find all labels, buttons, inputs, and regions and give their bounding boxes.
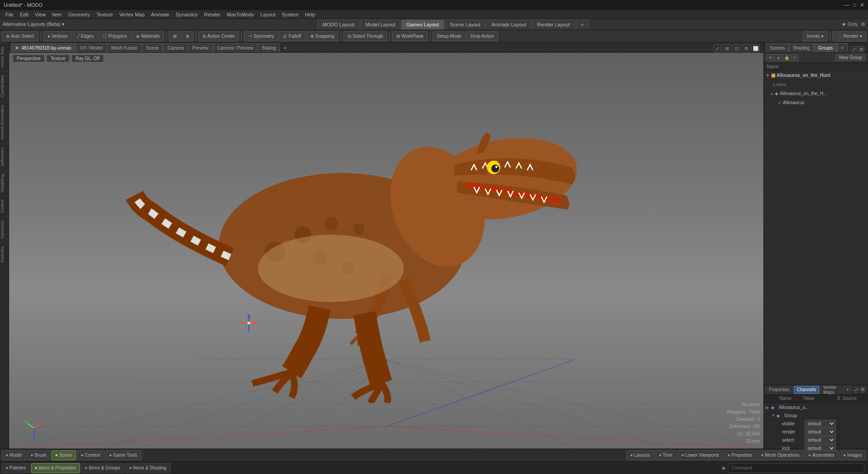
command-input[interactable] [728, 464, 864, 473]
menu-system[interactable]: System [279, 10, 301, 19]
visible-dropdown[interactable]: default [805, 420, 836, 428]
bb-assembles-btn[interactable]: ■ Assembles [805, 450, 839, 460]
edges-btn[interactable]: ╱ Edges [73, 31, 98, 41]
menu-maxtomodo[interactable]: MaxToModo [224, 10, 257, 19]
vp-fit-btn[interactable]: ⊡ [732, 44, 741, 52]
drop-action-btn[interactable]: Drop Action [466, 31, 498, 41]
tab-add-layout[interactable]: + [576, 20, 589, 30]
tab-render-layout[interactable]: Render Layout [532, 20, 575, 30]
prop-panel-expand[interactable]: ⤢ [854, 387, 858, 393]
prop-row-group[interactable]: ▼ ◆ Group [766, 412, 866, 420]
vp-settings-icon[interactable]: ⚙ [742, 44, 750, 52]
prop-row-render[interactable]: render default [766, 428, 866, 436]
sidebar-tab-coordinates[interactable]: Coordinates [0, 71, 9, 101]
vp-tab-camera[interactable]: Camera [163, 43, 188, 52]
tab-modo-layout[interactable]: MODO Layout [318, 20, 359, 30]
vertices-btn[interactable]: ● Vertices [43, 31, 72, 41]
snapping-btn[interactable]: ⊕ Snapping [306, 31, 338, 41]
scene-item-group-root[interactable]: ▼ ▦ Allosaurus_on_the_Hunt [764, 71, 868, 80]
materials-btn[interactable]: ◈ Materials [132, 31, 164, 41]
prop-panel-settings[interactable]: ⚙ [860, 387, 865, 393]
sb-items-shading-btn[interactable]: ■ Items & Shading [125, 463, 170, 473]
prop-tab-properties[interactable]: Properties [766, 386, 793, 394]
tab-model-layout[interactable]: Model Layout [360, 20, 400, 30]
small-icon-1[interactable]: ⊞ [169, 31, 181, 41]
rp-tab-shading[interactable]: Shading [789, 43, 814, 52]
maximize-btn[interactable]: □ [853, 2, 856, 8]
bb-scene-btn[interactable]: ■ Scene [51, 450, 76, 460]
menu-edit[interactable]: Edit [17, 10, 31, 19]
rp-settings-icon[interactable]: ⚙ [858, 46, 864, 52]
bb-model-btn[interactable]: ■ Model [2, 450, 26, 460]
bb-images-btn[interactable]: ■ Images [839, 450, 866, 460]
small-icon-2[interactable]: ⊕ [182, 31, 193, 41]
sl-icon-select[interactable]: ⊡ [791, 54, 798, 61]
sb-palettes-btn[interactable]: ■ Palettes [2, 463, 30, 473]
bb-context-btn[interactable]: ■ Context [77, 450, 104, 460]
vp-expand-btn[interactable]: ⤢ [713, 44, 722, 52]
prop-row-visible[interactable]: visible default [766, 420, 866, 428]
sidebar-tab-dynamics[interactable]: Dynamics [0, 217, 9, 242]
rp-expand-icon[interactable]: ⤢ [851, 46, 857, 52]
menu-dynamics[interactable]: Dynamics [173, 10, 200, 19]
vp-tab-preview[interactable]: Preview [188, 43, 213, 52]
bb-properties-btn[interactable]: ■ Properties [724, 450, 756, 460]
sl-icon-eye[interactable]: 👁 [767, 54, 774, 61]
render-dropdown[interactable]: default [805, 428, 836, 436]
setup-mode-btn[interactable]: Setup Mode [433, 31, 465, 41]
scene-item-allosaurus[interactable]: ✓ Allosaurus [764, 98, 868, 107]
prop-row-root[interactable]: ▶ ◆ Allosaurus_o... [766, 403, 866, 412]
menu-texture[interactable]: Texture [94, 10, 116, 19]
star-label[interactable]: ★ Only [842, 21, 858, 27]
raygl-btn[interactable]: Ray GL: Off [71, 55, 104, 62]
prop-tab-channels[interactable]: Channels [794, 386, 819, 394]
close-btn[interactable]: ✕ [860, 2, 864, 8]
sl-icon-render[interactable]: ◈ [775, 54, 782, 61]
texture-btn[interactable]: Texture [46, 55, 70, 62]
prop-tab-add[interactable]: + [843, 386, 852, 394]
symmetry-btn[interactable]: ⊣ Symmetry [244, 31, 278, 41]
sidebar-tab-weighting[interactable]: Weighting [0, 170, 9, 196]
bb-brush-btn[interactable]: ■ Brush [27, 450, 50, 460]
vp-tab-scene[interactable]: Scene [142, 43, 163, 52]
select-dropdown[interactable]: default [805, 436, 836, 444]
auto-select-btn[interactable]: ⊕ Auto Select [2, 31, 38, 41]
vp-tab-mesh-fusion[interactable]: Mesh Fusion [107, 43, 141, 52]
sidebar-tab-active-sets[interactable]: Active Sets [0, 43, 9, 71]
alt-layouts-label[interactable]: Alternative Layouts (Beta) ▾ [3, 21, 65, 27]
sl-icon-lock[interactable]: 🔒 [783, 54, 790, 61]
rp-tab-groups[interactable]: Groups [814, 43, 837, 52]
menu-geometry[interactable]: Geometry [66, 10, 93, 19]
scene-item-group-child[interactable]: ▸ ◈ Allosaurus_on_the_H... [764, 89, 868, 98]
vp-tab-uv-model[interactable]: UV / Model [76, 43, 106, 52]
new-group-button[interactable]: New Group [836, 54, 865, 61]
sidebar-tab-control[interactable]: Control [0, 196, 9, 217]
menu-render[interactable]: Render [201, 10, 223, 19]
falloff-btn[interactable]: ◎ Falloff [279, 31, 305, 41]
tab-animate-layout[interactable]: Animate Layout [486, 20, 531, 30]
sidebar-tab-ik[interactable]: Inverse Kinematics [0, 101, 9, 143]
menu-file[interactable]: File [3, 10, 16, 19]
sidebar-tab-particles[interactable]: Particles [0, 242, 9, 266]
select-through-btn[interactable]: ⊟ Select Through [343, 31, 388, 41]
menu-animate[interactable]: Animate [148, 10, 172, 19]
bb-lower-viewports-btn[interactable]: ■ Lower Viewports [678, 450, 723, 460]
menu-item[interactable]: Item [49, 10, 64, 19]
tab-scene-layout[interactable]: Scene Layout [445, 20, 485, 30]
menu-help[interactable]: Help [302, 10, 318, 19]
none-dropdown[interactable]: (none) ▾ [802, 31, 828, 41]
vp-tab-baking[interactable]: Baking [258, 43, 280, 52]
menu-vertex-map[interactable]: Vertex Map [116, 10, 147, 19]
tab-games-layout[interactable]: Games Layout [401, 20, 444, 30]
render-btn[interactable]: ⬛ Render ▾ [833, 31, 866, 41]
sb-items-groups-btn[interactable]: ■ Items & Groups [81, 463, 124, 473]
minimize-btn[interactable]: — [844, 2, 849, 8]
bb-time-btn[interactable]: ■ Time [655, 450, 677, 460]
workplane-btn[interactable]: ⊞ WorkPlane [392, 31, 428, 41]
action-center-btn[interactable]: ⊚ Action Center [198, 31, 239, 41]
vp-tab-add[interactable]: + [280, 43, 289, 52]
viewport-3d[interactable]: Perspective Texture Ray GL: Off [9, 53, 763, 449]
menu-view[interactable]: View [32, 10, 49, 19]
sb-items-properties-btn[interactable]: ■ Items & Properties [31, 463, 80, 473]
prop-row-select[interactable]: select default [766, 436, 866, 444]
